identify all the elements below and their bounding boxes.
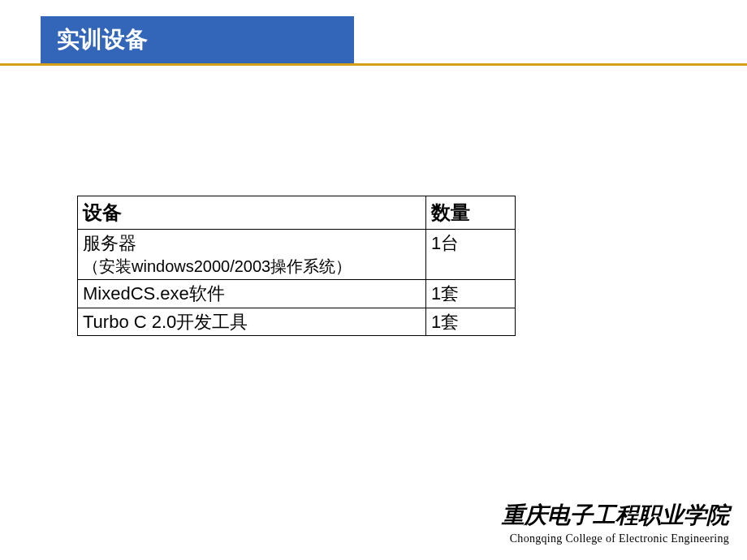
equipment-table: 设备 数量 服务器 （安装windows2000/2003操作系统） 1台 Mi… (77, 196, 516, 336)
college-logo-cn: 重庆电子工程职业学院 (502, 500, 729, 531)
equipment-table-container: 设备 数量 服务器 （安装windows2000/2003操作系统） 1台 Mi… (77, 196, 516, 336)
footer: 重庆电子工程职业学院 Chongqing College of Electron… (502, 500, 729, 545)
table-row: 服务器 （安装windows2000/2003操作系统） 1台 (78, 230, 516, 280)
header-quantity: 数量 (426, 196, 516, 230)
cell-quantity: 1套 (426, 280, 516, 308)
slide-title-text: 实训设备 (57, 27, 148, 52)
college-logo-en: Chongqing College of Electronic Engineer… (502, 532, 729, 545)
cell-quantity: 1套 (426, 308, 516, 336)
header-equipment: 设备 (78, 196, 426, 230)
table-header-row: 设备 数量 (78, 196, 516, 230)
title-underline (0, 63, 747, 66)
slide-title: 实训设备 (41, 16, 354, 63)
table-row: MixedCS.exe软件 1套 (78, 280, 516, 308)
equipment-name: Turbo C 2.0开发工具 (83, 312, 248, 332)
equipment-name: MixedCS.exe软件 (83, 283, 225, 304)
equipment-note: （安装windows2000/2003操作系统） (83, 256, 421, 278)
table-row: Turbo C 2.0开发工具 1套 (78, 308, 516, 336)
equipment-name: 服务器 (83, 231, 421, 256)
cell-equipment: MixedCS.exe软件 (78, 280, 426, 308)
cell-equipment: 服务器 （安装windows2000/2003操作系统） (78, 230, 426, 280)
cell-equipment: Turbo C 2.0开发工具 (78, 308, 426, 336)
cell-quantity: 1台 (426, 230, 516, 280)
